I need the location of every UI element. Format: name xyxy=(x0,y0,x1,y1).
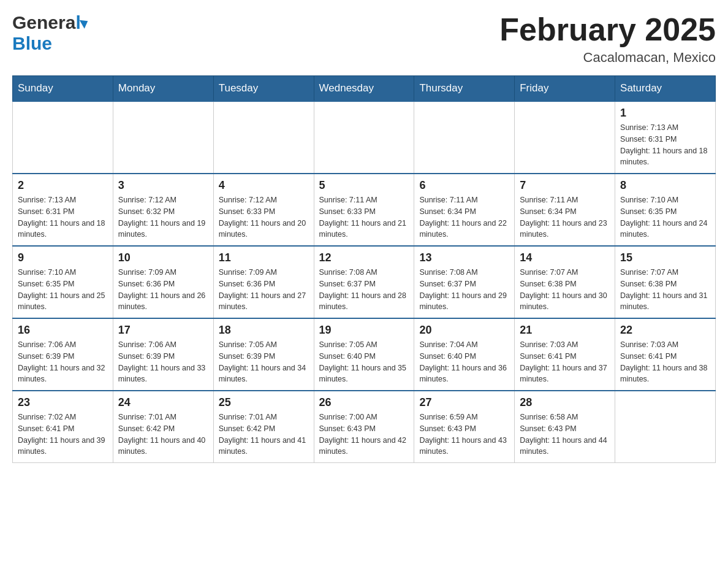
day-info: Sunrise: 7:12 AMSunset: 6:33 PMDaylight:… xyxy=(219,194,309,240)
day-number: 24 xyxy=(118,396,208,409)
day-info: Sunrise: 7:07 AMSunset: 6:38 PMDaylight:… xyxy=(620,267,710,313)
day-number: 15 xyxy=(620,251,710,264)
weekday-header-saturday: Saturday xyxy=(615,76,716,102)
calendar-cell: 14Sunrise: 7:07 AMSunset: 6:38 PMDayligh… xyxy=(515,246,615,318)
day-info: Sunrise: 7:08 AMSunset: 6:37 PMDaylight:… xyxy=(419,267,509,313)
day-info: Sunrise: 7:10 AMSunset: 6:35 PMDaylight:… xyxy=(620,194,710,240)
logo: General Blue xyxy=(12,12,88,54)
logo-blue-text: Blue xyxy=(12,33,52,53)
day-number: 28 xyxy=(520,396,610,409)
day-number: 23 xyxy=(18,396,108,409)
calendar-cell: 22Sunrise: 7:03 AMSunset: 6:41 PMDayligh… xyxy=(615,318,716,391)
logo-b: l xyxy=(75,12,80,33)
calendar-cell: 18Sunrise: 7:05 AMSunset: 6:39 PMDayligh… xyxy=(213,318,314,391)
calendar-cell: 27Sunrise: 6:59 AMSunset: 6:43 PMDayligh… xyxy=(414,391,515,463)
weekday-header-thursday: Thursday xyxy=(414,76,515,102)
day-info: Sunrise: 7:00 AMSunset: 6:43 PMDaylight:… xyxy=(319,412,409,458)
day-info: Sunrise: 7:06 AMSunset: 6:39 PMDaylight:… xyxy=(18,339,108,385)
day-info: Sunrise: 7:11 AMSunset: 6:34 PMDaylight:… xyxy=(520,194,610,240)
calendar-cell: 5Sunrise: 7:11 AMSunset: 6:33 PMDaylight… xyxy=(314,174,414,246)
calendar-cell: 12Sunrise: 7:08 AMSunset: 6:37 PMDayligh… xyxy=(314,246,414,318)
day-number: 26 xyxy=(319,396,409,409)
calendar-cell: 9Sunrise: 7:10 AMSunset: 6:35 PMDaylight… xyxy=(13,246,113,318)
day-info: Sunrise: 7:03 AMSunset: 6:41 PMDaylight:… xyxy=(520,339,610,385)
logo-general-text: General xyxy=(12,12,81,33)
day-number: 7 xyxy=(520,179,610,192)
day-number: 17 xyxy=(118,324,208,337)
day-number: 19 xyxy=(319,324,409,337)
calendar-cell xyxy=(314,101,414,174)
calendar-week-2: 2Sunrise: 7:13 AMSunset: 6:31 PMDaylight… xyxy=(13,174,716,246)
day-number: 20 xyxy=(419,324,509,337)
calendar-cell: 1Sunrise: 7:13 AMSunset: 6:31 PMDaylight… xyxy=(615,101,716,174)
day-info: Sunrise: 7:12 AMSunset: 6:32 PMDaylight:… xyxy=(118,194,208,240)
day-info: Sunrise: 7:07 AMSunset: 6:38 PMDaylight:… xyxy=(520,267,610,313)
calendar-cell xyxy=(13,101,113,174)
day-info: Sunrise: 7:09 AMSunset: 6:36 PMDaylight:… xyxy=(118,267,208,313)
weekday-header-wednesday: Wednesday xyxy=(314,76,414,102)
calendar-week-4: 16Sunrise: 7:06 AMSunset: 6:39 PMDayligh… xyxy=(13,318,716,391)
calendar-cell: 28Sunrise: 6:58 AMSunset: 6:43 PMDayligh… xyxy=(515,391,615,463)
day-info: Sunrise: 7:09 AMSunset: 6:36 PMDaylight:… xyxy=(219,267,309,313)
day-number: 21 xyxy=(520,324,610,337)
weekday-header-sunday: Sunday xyxy=(13,76,113,102)
day-info: Sunrise: 7:06 AMSunset: 6:39 PMDaylight:… xyxy=(118,339,208,385)
calendar-cell: 4Sunrise: 7:12 AMSunset: 6:33 PMDaylight… xyxy=(213,174,314,246)
page-header: General Blue February 2025 Cacalomacan, … xyxy=(12,12,716,66)
logo-arrow-icon xyxy=(79,17,90,28)
calendar-cell: 25Sunrise: 7:01 AMSunset: 6:42 PMDayligh… xyxy=(213,391,314,463)
calendar-cell: 23Sunrise: 7:02 AMSunset: 6:41 PMDayligh… xyxy=(13,391,113,463)
calendar-cell xyxy=(113,101,213,174)
calendar-week-3: 9Sunrise: 7:10 AMSunset: 6:35 PMDaylight… xyxy=(13,246,716,318)
location: Cacalomacan, Mexico xyxy=(499,50,716,66)
calendar-cell xyxy=(213,101,314,174)
day-info: Sunrise: 7:11 AMSunset: 6:34 PMDaylight:… xyxy=(419,194,509,240)
day-number: 16 xyxy=(18,324,108,337)
calendar-cell xyxy=(615,391,716,463)
calendar-cell: 13Sunrise: 7:08 AMSunset: 6:37 PMDayligh… xyxy=(414,246,515,318)
calendar-cell: 26Sunrise: 7:00 AMSunset: 6:43 PMDayligh… xyxy=(314,391,414,463)
day-info: Sunrise: 7:02 AMSunset: 6:41 PMDaylight:… xyxy=(18,412,108,458)
calendar-cell: 7Sunrise: 7:11 AMSunset: 6:34 PMDaylight… xyxy=(515,174,615,246)
calendar-week-5: 23Sunrise: 7:02 AMSunset: 6:41 PMDayligh… xyxy=(13,391,716,463)
day-number: 27 xyxy=(419,396,509,409)
calendar-cell: 10Sunrise: 7:09 AMSunset: 6:36 PMDayligh… xyxy=(113,246,213,318)
calendar-cell: 16Sunrise: 7:06 AMSunset: 6:39 PMDayligh… xyxy=(13,318,113,391)
day-number: 10 xyxy=(118,251,208,264)
calendar-week-1: 1Sunrise: 7:13 AMSunset: 6:31 PMDaylight… xyxy=(13,101,716,174)
calendar-table: SundayMondayTuesdayWednesdayThursdayFrid… xyxy=(12,75,716,463)
month-title: February 2025 xyxy=(499,12,716,47)
day-number: 3 xyxy=(118,179,208,192)
day-info: Sunrise: 7:05 AMSunset: 6:40 PMDaylight:… xyxy=(319,339,409,385)
day-number: 13 xyxy=(419,251,509,264)
day-info: Sunrise: 7:08 AMSunset: 6:37 PMDaylight:… xyxy=(319,267,409,313)
day-info: Sunrise: 7:13 AMSunset: 6:31 PMDaylight:… xyxy=(18,194,108,240)
day-info: Sunrise: 7:04 AMSunset: 6:40 PMDaylight:… xyxy=(419,339,509,385)
calendar-cell xyxy=(414,101,515,174)
day-number: 25 xyxy=(219,396,309,409)
calendar-cell: 2Sunrise: 7:13 AMSunset: 6:31 PMDaylight… xyxy=(13,174,113,246)
day-info: Sunrise: 7:13 AMSunset: 6:31 PMDaylight:… xyxy=(620,122,710,168)
calendar-cell: 3Sunrise: 7:12 AMSunset: 6:32 PMDaylight… xyxy=(113,174,213,246)
day-number: 1 xyxy=(620,107,710,120)
day-info: Sunrise: 6:59 AMSunset: 6:43 PMDaylight:… xyxy=(419,412,509,458)
day-info: Sunrise: 7:11 AMSunset: 6:33 PMDaylight:… xyxy=(319,194,409,240)
calendar-cell: 8Sunrise: 7:10 AMSunset: 6:35 PMDaylight… xyxy=(615,174,716,246)
day-number: 6 xyxy=(419,179,509,192)
calendar-cell: 19Sunrise: 7:05 AMSunset: 6:40 PMDayligh… xyxy=(314,318,414,391)
weekday-header-row: SundayMondayTuesdayWednesdayThursdayFrid… xyxy=(13,76,716,102)
day-number: 5 xyxy=(319,179,409,192)
day-number: 8 xyxy=(620,179,710,192)
day-info: Sunrise: 7:03 AMSunset: 6:41 PMDaylight:… xyxy=(620,339,710,385)
day-number: 14 xyxy=(520,251,610,264)
day-number: 4 xyxy=(219,179,309,192)
day-info: Sunrise: 6:58 AMSunset: 6:43 PMDaylight:… xyxy=(520,412,610,458)
weekday-header-friday: Friday xyxy=(515,76,615,102)
calendar-cell: 17Sunrise: 7:06 AMSunset: 6:39 PMDayligh… xyxy=(113,318,213,391)
title-section: February 2025 Cacalomacan, Mexico xyxy=(499,12,716,66)
calendar-cell xyxy=(515,101,615,174)
calendar-cell: 24Sunrise: 7:01 AMSunset: 6:42 PMDayligh… xyxy=(113,391,213,463)
weekday-header-monday: Monday xyxy=(113,76,213,102)
day-number: 11 xyxy=(219,251,309,264)
calendar-cell: 15Sunrise: 7:07 AMSunset: 6:38 PMDayligh… xyxy=(615,246,716,318)
